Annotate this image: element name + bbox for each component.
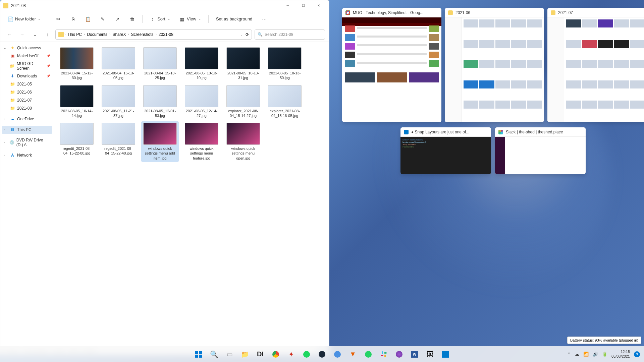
vscode-app[interactable] (439, 348, 452, 361)
back-button[interactable]: ← (4, 29, 14, 40)
taskview-window-explorer[interactable]: 2021-07 (547, 8, 644, 122)
sidebar-this-pc[interactable]: ›🖥This PC (2, 126, 52, 134)
app-icon[interactable]: 🖼 (423, 348, 437, 361)
file-item[interactable]: windows quick settings menu add item.jpg (141, 121, 179, 162)
svg-rect-7 (381, 355, 383, 356)
onedrive-tray-icon[interactable]: ☁ (575, 352, 579, 357)
minimize-button[interactable]: ─ (280, 0, 296, 11)
sidebar-item-muo[interactable]: 📁MUO GD Screen📌 (2, 60, 52, 72)
whatsapp-app[interactable] (362, 348, 375, 361)
window-title: 2021-08 (11, 3, 280, 8)
app-icon[interactable]: DI (254, 348, 267, 361)
file-thumbnail (102, 123, 135, 145)
folder-icon (551, 10, 555, 15)
sidebar-item-folder[interactable]: 📁2021-06 (2, 88, 52, 96)
steam-app[interactable] (315, 348, 329, 361)
sidebar-item-folder[interactable]: 📁2021-05 (2, 80, 52, 88)
file-item[interactable]: 2021-08-05_12-14-27.jpg (183, 84, 220, 120)
search-icon: 🔍 (258, 32, 263, 37)
delete-icon: 🗑 (129, 16, 135, 22)
file-item[interactable]: regedit_2021-08-04_15-22-40.jpg (100, 121, 137, 162)
app-icon[interactable] (392, 348, 406, 361)
volume-icon[interactable]: 🔊 (593, 352, 598, 357)
file-item[interactable]: 2021-08-05_12-01-53.jpg (141, 84, 179, 120)
maximize-button[interactable]: ☐ (296, 0, 311, 11)
app-icon[interactable] (331, 348, 344, 361)
word-app[interactable]: W (408, 348, 421, 361)
sidebar-item-folder[interactable]: 📁2021-08 (2, 104, 52, 112)
cut-button[interactable]: ✂ (52, 14, 64, 24)
file-item[interactable]: explorer_2021-08-04_15-14-27.jpg (224, 84, 262, 120)
refresh-button[interactable]: ⟳ (246, 32, 249, 37)
app-icon[interactable]: ✦ (284, 348, 298, 361)
file-item[interactable]: windows quick settings menu open.jpg (224, 121, 262, 162)
delete-button[interactable]: 🗑 (126, 14, 138, 24)
sidebar-item-makeuseof[interactable]: ▣MakeUseOf📌 (2, 52, 52, 60)
file-name: regedit_2021-08-04_15-22-00.jpg (59, 146, 94, 156)
clock[interactable]: 12:15 05/08/2021 (611, 350, 630, 358)
taskview-button[interactable]: ▭ (223, 348, 236, 361)
taskview-window-slack[interactable]: Slack | the-shed | theshed.place (495, 127, 586, 174)
breadcrumb[interactable]: › This PC› Documents› ShareX› Screenshot… (55, 29, 252, 40)
file-item[interactable]: 2021-08-05_10-13-31.jpg (224, 46, 262, 82)
notification-badge[interactable]: 9 (634, 351, 640, 357)
search-input[interactable]: 🔍 Search 2021-08 (255, 29, 325, 40)
file-name: explorer_2021-08-04_15-16-05.jpg (267, 109, 302, 118)
file-explorer-window: 2021-08 ─ ☐ ✕ 📄 New folder ⌄ ✂ ⎘ 📋 ✎ ↗ 🗑… (0, 0, 329, 355)
file-item[interactable]: 2021-08-05_10-14-14.jpg (58, 84, 96, 120)
breadcrumb-item[interactable]: This PC (66, 32, 83, 37)
chrome-app[interactable] (269, 348, 282, 361)
sidebar-item-folder[interactable]: 📁2021-07 (2, 96, 52, 104)
close-button[interactable]: ✕ (311, 0, 326, 11)
chevron-down-icon[interactable]: ⌄ (240, 33, 243, 36)
file-item[interactable]: 2021-08-04_15-13-05.jpg (100, 46, 137, 82)
vlc-app[interactable]: ▼ (346, 348, 360, 361)
explorer-app[interactable]: 📁 (238, 348, 252, 361)
paste-button[interactable]: 📋 (82, 14, 94, 24)
share-button[interactable]: ↗ (111, 14, 123, 24)
copy-button[interactable]: ⎘ (67, 14, 79, 24)
sidebar-onedrive[interactable]: ›☁OneDrive (2, 115, 52, 123)
file-item[interactable]: 2021-08-05_11-21-37.jpg (100, 84, 137, 120)
more-button[interactable]: ⋯ (258, 14, 270, 24)
file-item[interactable]: 2021-08-04_15-12-30.jpg (58, 46, 96, 82)
breadcrumb-item[interactable]: ShareX (111, 32, 127, 37)
taskview-window-explorer[interactable]: 2021-06 (445, 8, 544, 122)
view-button[interactable]: ▦ View ⌄ (176, 14, 204, 24)
breadcrumb-item[interactable]: Documents (86, 32, 109, 37)
sort-button[interactable]: ↕ Sort ⌄ (147, 14, 173, 24)
file-item[interactable]: 2021-08-05_10-13-10.jpg (183, 46, 220, 82)
file-item[interactable]: 2021-08-05_10-13-50.jpg (266, 46, 304, 82)
sidebar: ⌄★Quick access ▣MakeUseOf📌 📁MUO GD Scree… (0, 42, 54, 347)
file-name: explorer_2021-08-04_15-14-27.jpg (226, 109, 261, 118)
breadcrumb-item[interactable]: Screenshots (130, 32, 155, 37)
breadcrumb-item[interactable]: 2021-08 (157, 32, 175, 37)
taskview-window-chrome[interactable]: MUO - Technology, Simplified. - Goog... (342, 8, 441, 122)
search-button[interactable]: 🔍 (207, 348, 221, 361)
slack-app[interactable] (377, 348, 390, 361)
sidebar-network[interactable]: ›🖧Network (2, 151, 52, 159)
battery-icon[interactable]: 🔋 (602, 352, 607, 357)
start-button[interactable] (192, 348, 205, 361)
file-item[interactable]: explorer_2021-08-04_15-16-05.jpg (266, 84, 304, 120)
file-item[interactable]: regedit_2021-08-04_15-22-00.jpg (58, 121, 96, 162)
rename-button[interactable]: ✎ (97, 14, 109, 24)
sidebar-dvd[interactable]: ›💿DVD RW Drive (D:) A (2, 136, 52, 148)
chevron-down-icon: ⌄ (167, 17, 170, 21)
forward-button[interactable]: → (17, 29, 27, 40)
set-background-button[interactable]: Set as background (213, 14, 256, 23)
sidebar-quick-access[interactable]: ⌄★Quick access (2, 44, 52, 52)
taskview-window-vscode[interactable]: ● Snap Layouts are just one of... const … (400, 127, 491, 174)
file-item[interactable]: windows quick settings menu feature.jpg (183, 121, 220, 162)
tray-expand-icon[interactable]: ⌃ (567, 352, 571, 357)
spotify-app[interactable] (300, 348, 313, 361)
recent-dropdown[interactable]: ⌄ (30, 29, 40, 40)
slack-icon (498, 130, 503, 134)
file-item[interactable]: 2021-08-04_15-13-25.jpg (141, 46, 179, 82)
file-thumbnail (268, 47, 302, 69)
sidebar-item-downloads[interactable]: ⬇Downloads📌 (2, 72, 52, 80)
wifi-icon[interactable]: 📶 (583, 352, 589, 357)
new-folder-button[interactable]: 📄 New folder ⌄ (4, 14, 44, 24)
folder-icon (58, 32, 64, 37)
up-button[interactable]: ↑ (43, 29, 53, 40)
